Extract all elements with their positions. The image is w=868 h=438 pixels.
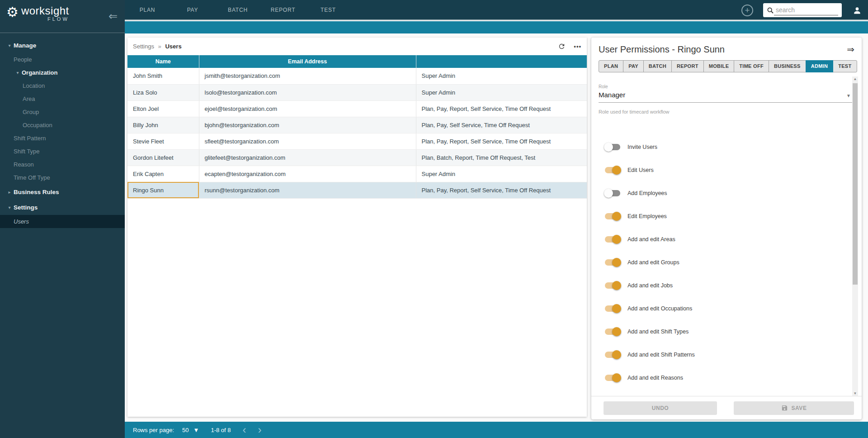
toggle-label: Add and edit Shift Patterns [627, 352, 695, 358]
table-header-row: NameEmail Address [127, 55, 587, 68]
chevron-down-icon: ▾ [5, 205, 14, 210]
teal-strip [125, 21, 868, 33]
tab-pay[interactable]: PAY [623, 60, 644, 72]
tab-batch[interactable]: BATCH [643, 60, 672, 72]
users-table: NameEmail Address John Smithjsmith@testo… [127, 55, 587, 199]
tab-time-off[interactable]: TIME OFF [734, 60, 769, 72]
prev-page-icon[interactable]: ‹ [243, 424, 246, 435]
table-row[interactable]: Elton Joelejoel@testorganization.comPlan… [127, 100, 587, 117]
toggle-row-add-and-edit-shift-types: Add and edit Shift Types [591, 320, 862, 343]
toggle-switch[interactable] [605, 352, 620, 358]
topnav-item-plan[interactable]: PLAN [125, 0, 170, 19]
topnav-item-batch[interactable]: BATCH [215, 0, 260, 19]
close-panel-arrow-icon[interactable]: ⇒ [847, 44, 854, 55]
app-logo: ⚙ worksight FLOW [6, 5, 69, 22]
top-app-bar: PLANPAYBATCHREPORTTEST + [125, 0, 868, 20]
search-box [763, 3, 842, 17]
toggle-knob [612, 281, 621, 290]
tab-plan[interactable]: PLAN [599, 60, 623, 72]
search-icon [767, 7, 774, 14]
table-row[interactable]: Liza Sololsolo@testorganization.comSuper… [127, 84, 587, 100]
user-permissions-panel: User Permissions - Ringo Sunn ⇒ PLANPAYB… [591, 38, 862, 419]
collapse-sidebar-icon[interactable]: ⇐ [108, 10, 118, 23]
panel-title: User Permissions - Ringo Sunn [599, 44, 725, 55]
toggle-switch[interactable] [605, 259, 620, 266]
sidebar-item-users[interactable]: Users [0, 215, 125, 228]
sidebar-item-settings[interactable]: ▾Settings [0, 200, 125, 215]
role-caret-icon: ▼ [846, 93, 851, 98]
tab-report[interactable]: REPORT [671, 60, 704, 72]
toggle-switch[interactable] [605, 305, 620, 312]
next-page-icon[interactable]: › [258, 424, 262, 435]
save-button[interactable]: SAVE [734, 401, 854, 415]
table-row[interactable]: Gordon Litefeetglitefeet@testorganizatio… [127, 149, 587, 166]
sidebar-item-label: Shift Type [14, 148, 40, 155]
more-options-icon[interactable]: ••• [574, 43, 581, 50]
role-label: Role [599, 84, 854, 89]
email-cell: jsmith@testorganization.com [199, 68, 416, 84]
permissions-cell: Super Admin [416, 68, 587, 84]
name-cell: Billy John [127, 117, 199, 133]
toggle-switch[interactable] [605, 167, 620, 173]
table-row[interactable]: John Smithjsmith@testorganization.comSup… [127, 68, 587, 84]
sidebar-item-area[interactable]: Area [0, 92, 125, 105]
email-cell: glitefeet@testorganization.com [199, 149, 416, 166]
tab-test[interactable]: TEST [833, 60, 857, 72]
topnav-item-report[interactable]: REPORT [260, 0, 306, 19]
column-header-email-address[interactable]: Email Address [199, 55, 416, 68]
email-cell: lsolo@testorganization.com [199, 84, 416, 100]
toggle-switch[interactable] [605, 375, 620, 381]
sidebar-item-manage[interactable]: ▾Manage [0, 38, 125, 53]
tab-business[interactable]: BUSINESS [769, 60, 806, 72]
sidebar-item-occupation[interactable]: Occupation [0, 119, 125, 132]
role-select[interactable]: Role Manager ▼ [599, 84, 854, 103]
sidebar-item-group[interactable]: Group [0, 105, 125, 119]
toggle-switch[interactable] [605, 190, 620, 196]
sidebar-item-reason[interactable]: Reason [0, 158, 125, 171]
account-button[interactable] [853, 6, 862, 15]
sidebar-item-business-rules[interactable]: ▸Business Rules [0, 184, 125, 200]
sidebar-item-label: Users [14, 218, 29, 225]
add-button[interactable]: + [741, 5, 753, 16]
sidebar-item-people[interactable]: People [0, 53, 125, 66]
table-row[interactable]: Billy Johnbjohn@testorganization.comPlan… [127, 117, 587, 133]
topnav-item-test[interactable]: TEST [306, 0, 351, 19]
name-cell: Erik Capten [127, 166, 199, 182]
email-cell: rsunn@testorganization.com [199, 182, 416, 198]
scrollbar-up-icon[interactable]: ▲ [852, 77, 858, 81]
toggle-knob [612, 166, 621, 175]
toggle-switch[interactable] [605, 144, 620, 150]
undo-button[interactable]: UNDO [604, 401, 717, 415]
sidebar-item-time-off-type[interactable]: Time Off Type [0, 171, 125, 184]
toggle-switch[interactable] [605, 282, 620, 289]
permissions-cell: Super Admin [416, 84, 587, 100]
column-header-actions[interactable] [416, 55, 587, 68]
search-input[interactable] [774, 5, 838, 15]
toggle-switch[interactable] [605, 213, 620, 219]
sidebar-item-location[interactable]: Location [0, 79, 125, 92]
breadcrumb-parent[interactable]: Settings [133, 43, 154, 50]
rows-per-page-select[interactable]: 50 ▼ [182, 427, 199, 433]
sidebar-item-organization[interactable]: ▾Organization [0, 66, 125, 79]
column-header-name[interactable]: Name [127, 55, 199, 68]
panel-scrollbar: ▲ ▼ [852, 76, 858, 396]
tab-admin[interactable]: ADMIN [806, 60, 834, 72]
toggle-switch[interactable] [605, 236, 620, 243]
table-empty-area [127, 199, 587, 417]
topnav-item-pay[interactable]: PAY [170, 0, 215, 19]
scrollbar-down-icon[interactable]: ▼ [852, 391, 858, 395]
table-row[interactable]: Ringo Sunnrsunn@testorganization.comPlan… [127, 182, 587, 198]
breadcrumb: Settings » Users [133, 43, 182, 50]
tab-mobile[interactable]: MOBILE [703, 60, 735, 72]
name-cell: Liza Solo [127, 84, 199, 100]
sidebar-item-shift-type[interactable]: Shift Type [0, 145, 125, 158]
scrollbar-thumb[interactable] [853, 83, 858, 285]
toggle-row-edit-users: Edit Users [591, 158, 862, 181]
toggle-switch[interactable] [605, 328, 620, 335]
sidebar-item-label: Location [23, 82, 45, 89]
table-row[interactable]: Stevie Fleetsfleet@testorganization.comP… [127, 133, 587, 149]
permissions-cell: Plan, Pay, Report, Self Service, Time Of… [416, 182, 587, 198]
table-row[interactable]: Erik Captenecapten@testorganization.comS… [127, 166, 587, 182]
refresh-button[interactable] [558, 43, 566, 50]
sidebar-item-shift-pattern[interactable]: Shift Pattern [0, 132, 125, 145]
